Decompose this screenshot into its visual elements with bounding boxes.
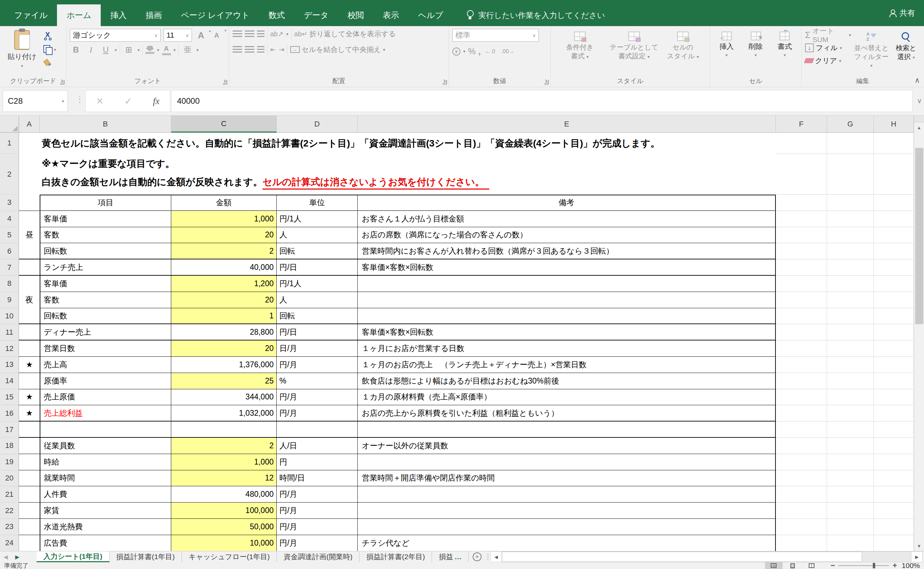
insert-cells-button[interactable]: ← 挿入▾	[713, 29, 740, 77]
cell-B13[interactable]: 売上高	[40, 357, 171, 373]
merge-center-button[interactable]: ↔セルを結合して中央揃え▾	[290, 45, 385, 54]
find-select-button[interactable]: 検索と選択 ▾	[892, 29, 920, 77]
cell-F5[interactable]	[776, 227, 827, 243]
cell-C5[interactable]: 20	[171, 227, 277, 243]
cell-G21[interactable]	[827, 486, 874, 502]
cell-F16[interactable]	[776, 405, 827, 421]
cell-C8[interactable]: 1,200	[171, 276, 277, 292]
cell-H11[interactable]	[874, 324, 914, 341]
column-header-F[interactable]: F	[776, 116, 827, 132]
cell-G18[interactable]	[827, 438, 874, 454]
ribbon-tab[interactable]: 挿入	[101, 5, 136, 26]
row-header-9[interactable]: 9	[0, 292, 19, 308]
row-header-15[interactable]: 15	[0, 389, 19, 406]
cell-F4[interactable]	[776, 211, 827, 227]
cell-E3[interactable]: 備考	[358, 195, 776, 211]
decrease-indent-button[interactable]: ⇤	[270, 46, 276, 53]
increase-indent-button[interactable]: ⇥	[279, 46, 284, 53]
cell-A11[interactable]	[19, 324, 40, 341]
zoom-slider-handle[interactable]	[873, 563, 875, 568]
number-format-select[interactable]: 標準∨	[452, 29, 539, 42]
cell-G2[interactable]	[827, 154, 874, 195]
cell-F21[interactable]	[776, 486, 827, 502]
cell-C3[interactable]: 金額	[171, 195, 277, 211]
sheet-nav-next-button[interactable]: ▶	[12, 551, 23, 562]
cell-D7[interactable]: 円/日	[277, 259, 358, 276]
font-color-button[interactable]: A	[162, 45, 171, 55]
formula-bar-handle[interactable]: ⋮	[75, 94, 84, 105]
split-handle[interactable]	[914, 116, 924, 122]
cell-D16[interactable]: 円/月	[277, 405, 358, 421]
cell-H24[interactable]	[874, 535, 914, 551]
cell-A3[interactable]	[19, 195, 40, 211]
cell-B7[interactable]: ランチ売上	[40, 259, 171, 276]
cell-E13[interactable]: １ヶ月のお店の売上 （ランチ売上＋ディナー売上）×営業日数	[358, 357, 776, 373]
row-header-10[interactable]: 10	[0, 308, 19, 324]
cell-A12[interactable]	[19, 341, 40, 357]
collapse-ribbon-button[interactable]: ∧	[915, 76, 920, 85]
cell-B14[interactable]: 原価率	[40, 373, 171, 389]
cell-D5[interactable]: 人	[277, 227, 358, 243]
cell-B15[interactable]: 売上原価	[40, 389, 171, 406]
wrap-text-button[interactable]: ab↵折り返して全体を表示する	[294, 29, 396, 39]
underline-button[interactable]: U	[100, 44, 112, 56]
cell-C11[interactable]: 28,800	[171, 324, 277, 341]
row-header-2[interactable]: 2	[0, 154, 19, 195]
column-header-H[interactable]: H	[874, 116, 914, 132]
sheet-tab[interactable]: 損益計算書(1年目)	[109, 551, 182, 562]
cell-A15[interactable]: ★	[19, 389, 40, 406]
share-button[interactable]: 共有	[889, 0, 915, 26]
cell-F14[interactable]	[776, 373, 827, 389]
cell-E15[interactable]: １カ月の原材料費（売上高×原価率）	[358, 389, 776, 406]
cell-C13[interactable]: 1,376,000	[171, 357, 277, 373]
view-page-break-button[interactable]	[803, 562, 821, 569]
cell-F13[interactable]	[776, 357, 827, 373]
cell-B8[interactable]: 客単価	[40, 276, 171, 292]
cell-C18[interactable]: 2	[171, 438, 277, 454]
cell-C16[interactable]: 1,032,000	[171, 405, 277, 421]
orientation-button[interactable]: ab↗	[270, 30, 283, 38]
cell-E4[interactable]: お客さん１人が払う目標金額	[358, 211, 776, 227]
ribbon-tab[interactable]: ファイル	[5, 5, 57, 26]
cell-H23[interactable]	[874, 519, 914, 535]
cell-C9[interactable]: 20	[171, 292, 277, 308]
cell-A23[interactable]	[19, 519, 40, 535]
cell-F11[interactable]	[776, 324, 827, 341]
cell-D9[interactable]: 人	[277, 292, 358, 308]
zoom-level[interactable]: 100%	[902, 561, 920, 569]
cell-F8[interactable]	[776, 276, 827, 292]
cell-G15[interactable]	[827, 389, 874, 406]
cell-F19[interactable]	[776, 454, 827, 470]
format-painter-button[interactable]	[43, 58, 56, 68]
cell-E21[interactable]	[358, 486, 776, 502]
cell-E7[interactable]: 客単価×客数×回転数	[358, 259, 776, 276]
zoom-in-button[interactable]: +	[892, 561, 897, 569]
cell-H13[interactable]	[874, 357, 914, 373]
cell-A24[interactable]	[19, 535, 40, 551]
cell-D18[interactable]: 人/日	[277, 438, 358, 454]
cell-B3[interactable]: 項目	[40, 195, 171, 211]
view-page-layout-button[interactable]	[784, 562, 802, 569]
cell-G17[interactable]	[827, 421, 874, 438]
expand-formula-bar-button[interactable]: ∨	[917, 97, 922, 105]
select-all-corner[interactable]	[0, 116, 19, 132]
row-header-1[interactable]: 1	[0, 132, 19, 154]
cell-C10[interactable]: 1	[171, 308, 277, 324]
confirm-entry-button[interactable]: ✓	[124, 96, 132, 107]
alignment-dialog-launcher[interactable]	[442, 80, 447, 84]
cell-G10[interactable]	[827, 308, 874, 324]
decrease-decimal-button[interactable]: .00→	[500, 47, 516, 56]
cell-B18[interactable]: 従業員数	[40, 438, 171, 454]
cell-E11[interactable]: 客単価×客数×回転数	[358, 324, 776, 341]
cell-H16[interactable]	[874, 405, 914, 421]
cell-G1[interactable]	[827, 132, 874, 154]
column-header-A[interactable]: A	[19, 116, 40, 132]
cell-H17[interactable]	[874, 421, 914, 438]
increase-font-button[interactable]: A▴	[195, 29, 208, 42]
cell-H14[interactable]	[874, 373, 914, 389]
cell-B6[interactable]: 回転数	[40, 243, 171, 259]
ribbon-tab[interactable]: 校閲	[338, 5, 373, 26]
cell-E10[interactable]	[358, 308, 776, 324]
cell-D15[interactable]: 円/月	[277, 389, 358, 406]
row-header-13[interactable]: 13	[0, 357, 19, 373]
